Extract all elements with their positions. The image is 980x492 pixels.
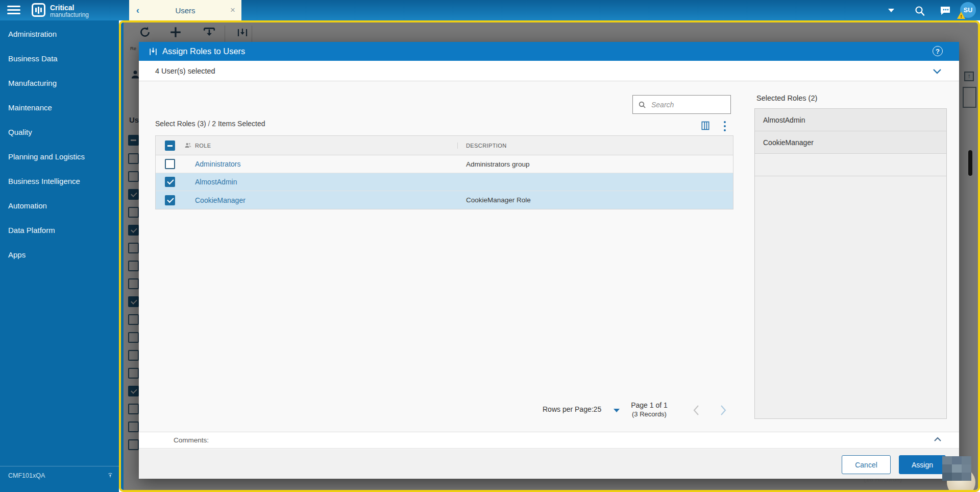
select-roles-count: Select Roles (3) [155,120,206,128]
role-link[interactable]: CookieManager [195,196,246,204]
chat-icon[interactable] [939,5,951,17]
assign-button[interactable]: Assign [899,455,946,474]
page-content-area: Re Us ↑ [119,20,980,492]
role-row-administrators[interactable]: Administrators Administrators group [156,155,733,173]
column-settings-icon[interactable] [700,121,710,131]
hamburger-menu-icon[interactable] [7,6,20,15]
censored-region [942,456,971,481]
role-description: Administrators group [457,160,733,168]
sidebar-item-data-platform[interactable]: Data Platform [8,226,55,235]
environment-label: CMF101xQA [8,472,45,479]
roles-table-header: ROLE DESCRIPTION [156,136,733,155]
sidebar-item-maintenance[interactable]: Maintenance [8,103,52,112]
sidebar-item-planning-and-logistics[interactable]: Planning and Logistics [8,152,85,161]
roles-search-box [632,95,731,114]
modal-title: Assign Roles to Users [162,46,245,56]
page-edge-accent [121,22,124,490]
column-header-role[interactable]: ROLE [195,143,211,149]
sidebar-item-business-intelligence[interactable]: Business Intelligence [8,177,80,185]
assign-roles-modal: Assign Roles to Users ? 4 User(s) select… [139,42,959,479]
comments-label: Comments: [174,436,209,444]
next-page-icon[interactable] [720,405,727,416]
role-link[interactable]: AlmostAdmin [195,178,237,186]
select-all-checkbox[interactable] [165,140,175,151]
row-checkbox[interactable] [165,159,175,169]
row-checkbox[interactable] [165,177,175,187]
connection-status-icon [107,471,114,478]
chevron-down-icon[interactable] [933,68,942,74]
cancel-button[interactable]: Cancel [842,455,891,474]
logo-text-critical: Critical [50,4,74,12]
items-selected-count: 2 Items Selected [212,120,265,128]
roles-table: ROLE DESCRIPTION Administrators Administ… [155,135,733,209]
records-label: (3 Records) [619,410,680,418]
assign-roles-icon [148,46,158,57]
selected-role-item: CookieManager [755,131,946,154]
modal-header: Assign Roles to Users ? [139,42,959,61]
sidebar-item-quality[interactable]: Quality [8,128,32,136]
role-link[interactable]: Administrators [195,160,240,168]
more-options-icon[interactable] [724,121,726,133]
tab-users[interactable]: Users × [129,0,241,20]
sidebar: Administration Business Data Manufacturi… [0,20,119,492]
selection-summary-bar[interactable]: 4 User(s) selected [139,61,959,81]
menu-caret-icon[interactable] [888,9,894,12]
tab-back-icon[interactable]: ‹ [130,0,145,20]
page-label: Page 1 of 1 [619,401,680,409]
help-icon[interactable]: ? [933,46,943,56]
sidebar-divider [0,466,119,466]
selection-summary-text: 4 User(s) selected [155,67,215,75]
critical-manufacturing-logo-icon [32,3,45,17]
select-roles-caption: Select Roles (3) / 2 Items Selected [155,120,265,128]
sidebar-item-apps[interactable]: Apps [8,250,26,259]
caption-separator: / [208,120,210,128]
selected-role-item: AlmostAdmin [755,109,946,131]
search-input[interactable] [650,100,722,109]
column-header-description[interactable]: DESCRIPTION [457,143,733,149]
top-bar: Critical manufacturing Users × ‹ SU [0,0,980,20]
search-icon[interactable] [914,5,926,17]
role-row-cookiemanager[interactable]: CookieManager CookieManager Role [156,191,733,209]
app-window: Critical manufacturing Users × ‹ SU ! Ad… [0,0,980,492]
chevron-up-icon[interactable] [934,437,942,442]
sidebar-item-automation[interactable]: Automation [8,201,47,210]
tab-close-icon[interactable]: × [230,0,235,20]
comments-section[interactable]: Comments: [139,432,959,449]
selected-role-empty-slot [755,154,946,176]
search-icon [638,101,646,109]
rows-per-page[interactable]: Rows per Page:25 [543,405,601,413]
modal-footer: Cancel Assign [139,449,959,479]
row-checkbox[interactable] [165,195,175,205]
tab-label: Users [175,6,195,15]
sidebar-item-business-data[interactable]: Business Data [8,54,58,63]
sidebar-item-manufacturing[interactable]: Manufacturing [8,79,57,87]
previous-page-icon[interactable] [693,405,700,416]
logo-text-manufacturing: manufacturing [50,11,89,18]
selected-roles-title: Selected Roles (2) [756,94,817,102]
page-info: Page 1 of 1 (3 Records) [619,401,680,418]
sidebar-item-administration[interactable]: Administration [8,30,57,38]
role-row-almostadmin[interactable]: AlmostAdmin [156,173,733,191]
role-description: CookieManager Role [457,196,733,204]
selected-roles-panel: AlmostAdmin CookieManager [754,108,947,419]
roles-icon [184,142,192,149]
